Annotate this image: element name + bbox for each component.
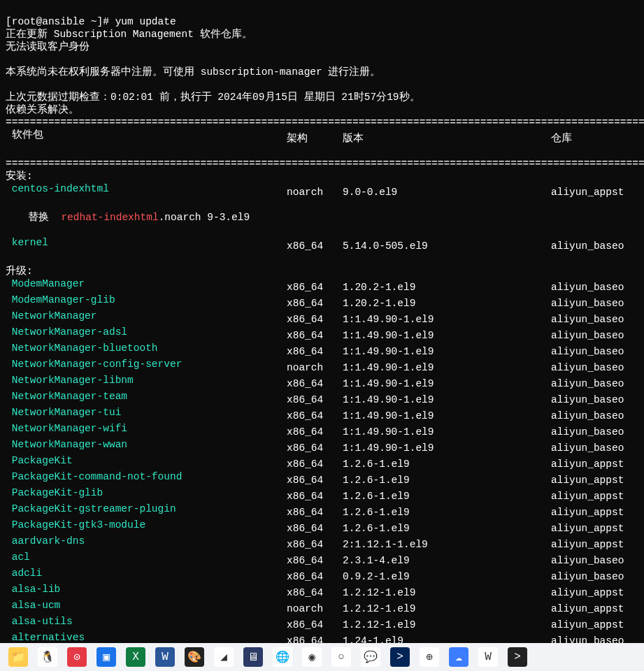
col-header-arch: 架构 [287,132,343,145]
package-name: alternatives [6,631,287,644]
package-name: kernel [6,236,287,249]
package-row: alsa-utilsx86_641.2.12-1.el9aliyun_appst [6,615,638,631]
package-row: centos-indexhtmlnoarch9.0-0.el9aliyun_ap… [6,182,638,199]
package-arch: x86_64 [287,297,343,310]
package-name: NetworkManager-adsl [6,326,287,338]
word-icon[interactable]: W [155,647,175,653]
package-version: 1.2.12-1.el9 [343,586,551,599]
package-arch: x86_64 [287,394,343,406]
file-explorer-icon[interactable]: 📁 [8,647,28,653]
package-version: 1.2.6-1.el9 [343,490,551,503]
qq-icon[interactable]: 🐧 [38,647,57,653]
package-repo: aliyun_appst [551,474,635,486]
terminal-icon[interactable]: > [508,647,527,653]
package-name: acl [6,551,287,563]
package-version: 1.2.12-1.el9 [343,603,551,615]
picpick-icon[interactable]: 🎨 [185,647,204,653]
package-repo: aliyun_baseo [551,297,635,310]
output-line: 本系统尚未在权利服务器中注册。可使用 subscription-manager … [6,66,380,78]
package-version: 1.2.6-1.el9 [343,474,551,486]
package-repo: aliyun_baseo [551,240,635,252]
package-version: 1:1.49.90-1.el9 [343,442,551,454]
edge-icon[interactable]: 🌐 [273,647,292,653]
package-arch: x86_64 [287,619,343,631]
package-row: PackageKit-glibx86_641.2.6-1.el9aliyun_a… [6,486,638,503]
package-version: 9.0-0.el9 [343,186,551,199]
package-row: NetworkManager-wwanx86_641:1.49.90-1.el9… [6,438,638,454]
package-name: adcli [6,567,287,579]
package-version: 1.2.12-1.el9 [343,619,551,631]
package-repo: aliyun_baseo [551,345,635,358]
package-repo: aliyun_baseo [551,313,635,326]
output-line: 正在更新 Subscription Management 软件仓库。 [6,29,252,40]
package-version: 2:1.12.1-1.el9 [343,538,551,551]
output-line: 依赖关系解决。 [6,104,79,115]
replaced-package: redhat-indexhtml [61,212,158,223]
package-name: NetworkManager-tui [6,406,287,419]
swirl-icon[interactable]: ◉ [302,647,322,653]
table-header: 软件包架构版本仓库 [6,129,638,145]
package-version: 5.14.0-505.el9 [343,240,551,252]
package-name: ModemManager-glib [6,294,287,306]
shell-prompt: [root@ansible ~]# yum update [6,16,176,27]
package-version: 1.20.2-1.el9 [343,297,551,310]
red-app-icon[interactable]: ⊙ [67,647,87,653]
package-version: 1:1.49.90-1.el9 [343,410,551,422]
package-repo: aliyun_baseo [551,361,635,374]
package-name: PackageKit [6,454,287,467]
package-row: PackageKit-gstreamer-pluginx86_641.2.6-1… [6,503,638,519]
alidrive-icon[interactable]: ☁ [449,647,468,653]
package-arch: x86_64 [287,570,343,583]
package-version: 1.2.6-1.el9 [343,458,551,470]
package-name: aardvark-dns [6,535,287,547]
package-repo: aliyun_baseo [551,570,635,583]
chrome-icon[interactable]: ○ [331,647,351,653]
compass-icon[interactable]: ⊕ [420,647,439,653]
package-name: NetworkManager-team [6,390,287,403]
package-arch: x86_64 [287,410,343,422]
package-row: kernelx86_645.14.0-505.el9aliyun_baseo [6,236,638,252]
package-repo: aliyun_appst [551,603,635,615]
finalshell-icon[interactable]: 🖥 [243,647,263,653]
package-name: alsa-ucm [6,599,287,612]
package-version: 1:1.49.90-1.el9 [343,313,551,326]
package-row: aclx86_642.3.1-4.el9aliyun_baseo [6,551,638,567]
package-row: aardvark-dnsx86_642:1.12.1-1.el9aliyun_a… [6,535,638,551]
dingtalk-icon[interactable]: ◢ [214,647,234,653]
package-name: PackageKit-command-not-found [6,470,287,483]
package-arch: x86_64 [287,586,343,599]
wechat-icon[interactable]: 💬 [361,647,380,653]
package-repo: aliyun_baseo [551,442,635,454]
package-name: alsa-lib [6,583,287,596]
package-version: 1:1.49.90-1.el9 [343,377,551,390]
powershell-icon[interactable]: > [390,647,410,653]
package-repo: aliyun_baseo [551,426,635,438]
package-name: NetworkManager-bluetooth [6,342,287,354]
package-row: PackageKit-command-not-foundx86_641.2.6-… [6,470,638,486]
package-name: NetworkManager-config-server [6,358,287,370]
excel-icon[interactable]: X [126,647,145,653]
divider: ========================================… [6,117,644,128]
package-row: NetworkManager-libnmx86_641:1.49.90-1.el… [6,374,638,390]
windows-taskbar[interactable]: 📁🐧⊙▣XW🎨◢🖥🌐◉○💬>⊕☁W> [0,643,644,653]
col-header-repo: 仓库 [551,132,635,145]
package-version: 0.9.2-1.el9 [343,570,551,583]
package-row: NetworkManager-bluetoothx86_641:1.49.90-… [6,342,638,358]
package-repo: aliyun_appst [551,506,635,519]
package-row: ModemManager-glibx86_641.20.2-1.el9aliyu… [6,294,638,310]
package-arch: x86_64 [287,458,343,470]
package-arch: x86_64 [287,240,343,252]
divider: ========================================… [6,158,644,169]
package-repo: aliyun_baseo [551,329,635,342]
package-name: PackageKit-gtk3-module [6,519,287,531]
terminal-output[interactable]: [root@ansible ~]# yum update 正在更新 Subscr… [0,0,644,653]
package-repo: aliyun_baseo [551,394,635,406]
package-arch: x86_64 [287,345,343,358]
wps-icon[interactable]: W [478,647,498,653]
package-version: 1:1.49.90-1.el9 [343,345,551,358]
upgrade-section-label: 升级: [6,266,33,277]
package-arch: x86_64 [287,426,343,438]
word-square-icon[interactable]: ▣ [96,647,116,653]
package-repo: aliyun_baseo [551,554,635,567]
package-arch: x86_64 [287,506,343,519]
